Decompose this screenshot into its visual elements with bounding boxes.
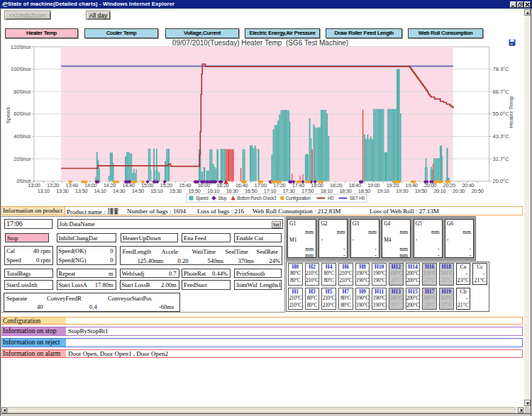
svg-text:SET H0: SET H0	[350, 196, 365, 201]
svg-text:Speed: Speed	[196, 196, 209, 201]
svg-text:09/07/2010(Tuesday) Heater Tem: 09/07/2010(Tuesday) Heater Temp (SG6 Tes…	[172, 39, 348, 47]
svg-text:20:50: 20:50	[471, 188, 483, 194]
svg-text:120Shot: 120Shot	[11, 44, 31, 50]
svg-text:60Shot: 60Shot	[13, 111, 31, 117]
svg-text:Configuration: Configuration	[286, 196, 311, 201]
svg-text:Bottom Punch Check3: Bottom Punch Check3	[238, 196, 277, 201]
svg-text:Heater Temp: Heater Temp	[508, 96, 514, 128]
svg-text:66.7°C: 66.7°C	[493, 89, 510, 95]
svg-text:55.0°C: 55.0°C	[493, 111, 510, 117]
svg-text:78.3°C: 78.3°C	[493, 66, 510, 72]
svg-text:31.7°C: 31.7°C	[493, 156, 510, 162]
svg-text:Speed: Speed	[5, 107, 11, 123]
svg-text:40Shot: 40Shot	[13, 133, 31, 140]
svg-text:20.0°C: 20.0°C	[493, 178, 510, 184]
svg-text:80Shot: 80Shot	[13, 89, 31, 95]
svg-text:43.3°C: 43.3°C	[493, 133, 510, 140]
svg-text:H0: H0	[328, 196, 333, 201]
svg-text:20Shot: 20Shot	[13, 156, 31, 162]
svg-text:100Shot: 100Shot	[11, 66, 31, 72]
svg-text:Stop: Stop	[218, 196, 228, 201]
